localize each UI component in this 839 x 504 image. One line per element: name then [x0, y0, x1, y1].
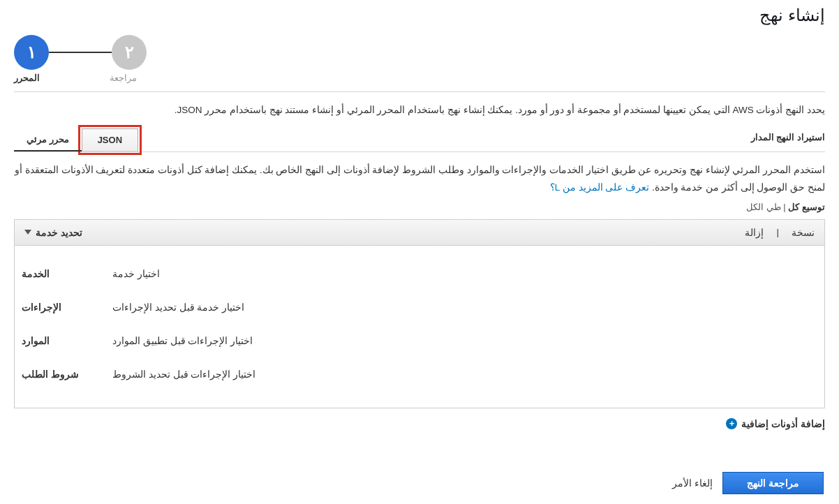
add-permissions-label: إضافة أذونات إضافية [741, 418, 825, 429]
add-permissions-link[interactable]: إضافة أذونات إضافية + [105, 418, 825, 429]
step-1-label: المحرر [14, 73, 40, 83]
visual-editor-description: استخدم المحرر المرئي لإنشاء نهج وتحريره … [14, 162, 825, 196]
resources-label: الموارد [22, 335, 84, 346]
expand-all-link[interactable]: توسيع كل [788, 202, 825, 212]
expand-collapse-row: توسيع كل | طي الكل [14, 202, 825, 212]
chevron-down-icon [24, 230, 31, 235]
service-block-title: تحديد خدمة [36, 227, 82, 238]
step-connector [49, 52, 112, 53]
footer: مراجعة النهج إلغاء الأمر [15, 472, 824, 494]
policy-description: يحدد النهج أذونات AWS التي يمكن تعيينها … [14, 102, 825, 119]
step-2-circle[interactable]: ٢ [112, 35, 147, 70]
tab-visual-editor[interactable]: محرر مرئي [14, 128, 82, 151]
row-resources: الموارد اختيار الإجراءات قبل تطبيق الموا… [22, 324, 817, 357]
service-block-header[interactable]: نسخة | إزالة تحديد خدمة [14, 219, 825, 246]
row-conditions: شروط الطلب اختيار الإجراءات قبل تحديد ال… [22, 357, 817, 391]
learn-more-link[interactable]: تعرف على المزيد من L؟ [550, 182, 650, 193]
actions-value: اختيار خدمة قبل تحديد الإجراءات [112, 302, 244, 313]
conditions-value: اختيار الإجراءات قبل تحديد الشروط [112, 369, 255, 380]
divider [14, 91, 825, 92]
service-label: الخدمة [22, 268, 84, 279]
conditions-label: شروط الطلب [22, 369, 84, 380]
row-service: الخدمة اختيار خدمة [22, 257, 817, 290]
cancel-link[interactable]: إلغاء الأمر [672, 477, 713, 489]
tab-json[interactable]: JSON [82, 128, 138, 151]
import-managed-policy-link[interactable]: استيراد النهج المدار [744, 132, 825, 148]
step-1-circle[interactable]: ١ [14, 35, 49, 70]
step-2-label: مراجعة [110, 73, 137, 83]
plus-icon: + [726, 418, 737, 429]
collapse-all-link[interactable]: طي الكل [746, 202, 781, 212]
editor-tabs: استيراد النهج المدار محرر مرئي JSON [14, 128, 825, 152]
choose-service-link[interactable]: اختيار خدمة [112, 268, 160, 279]
remove-link[interactable]: إزالة [745, 227, 764, 238]
actions-label: الإجراءات [22, 302, 84, 313]
row-actions: الإجراءات اختيار خدمة قبل تحديد الإجراءا… [22, 290, 817, 324]
wizard: ١ ٢ [14, 35, 783, 70]
service-block-body: الخدمة اختيار خدمة الإجراءات اختيار خدمة… [14, 246, 825, 408]
clone-link[interactable]: نسخة [792, 227, 815, 238]
page-title: إنشاء نهج [14, 6, 825, 25]
review-policy-button[interactable]: مراجعة النهج [722, 472, 824, 494]
resources-value: اختيار الإجراءات قبل تطبيق الموارد [112, 335, 253, 346]
